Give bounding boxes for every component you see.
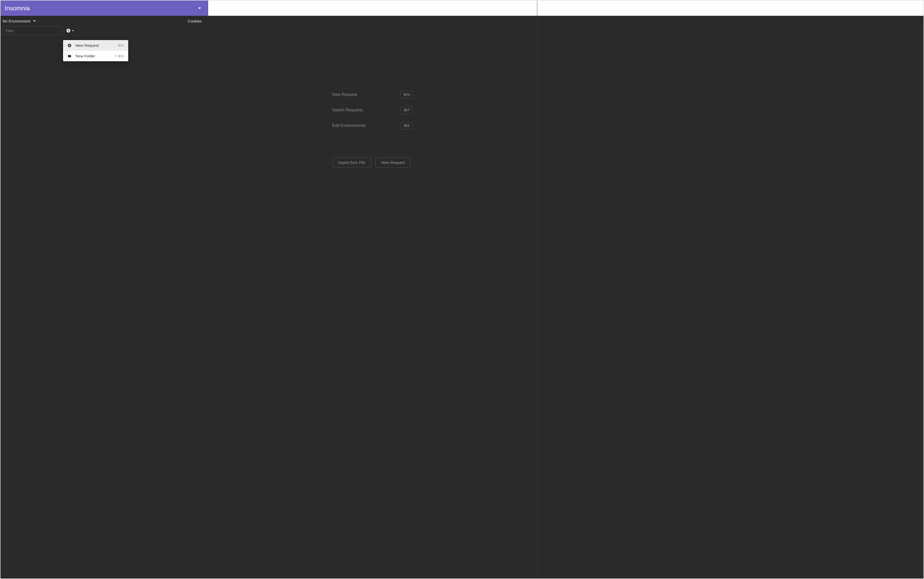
hint-new-request: New Request ⌘N [332, 91, 413, 98]
response-pane-header [537, 0, 924, 16]
menu-item-new-folder[interactable]: New Folder ⇧⌘N [63, 51, 128, 61]
cookies-button[interactable]: Cookies [188, 19, 202, 23]
response-pane-body [537, 16, 924, 579]
menu-item-label: New Folder [75, 54, 111, 58]
import-from-file-button[interactable]: Import from File [332, 157, 371, 167]
menu-item-new-request[interactable]: New Request ⌘N [63, 40, 128, 51]
caret-down-icon [33, 20, 36, 22]
request-pane-body: New Request ⌘N Switch Requests ⌘P Edit E… [208, 16, 537, 579]
request-pane: New Request ⌘N Switch Requests ⌘P Edit E… [208, 0, 537, 579]
empty-state-actions: Import from File New Request [332, 157, 413, 167]
menu-item-shortcut: ⇧⌘N [114, 54, 124, 58]
environment-bar: No Environment Cookies [0, 16, 208, 26]
new-request-button[interactable]: New Request [375, 157, 410, 167]
svg-rect-2 [69, 45, 70, 46]
hint-shortcut: ⌘P [401, 106, 413, 114]
main-area: New Request ⌘N Switch Requests ⌘P Edit E… [208, 0, 924, 579]
hint-edit-environments: Edit Environments ⌘E [332, 122, 413, 129]
plus-circle-icon [67, 43, 72, 47]
workspace-title: Insomnia [5, 5, 30, 12]
workspace-dropdown[interactable]: Insomnia [0, 0, 208, 16]
response-pane [537, 0, 924, 579]
menu-item-shortcut: ⌘N [118, 43, 124, 47]
request-pane-header [208, 0, 537, 16]
menu-item-label: New Request [75, 43, 114, 47]
hint-label: Edit Environments [332, 123, 366, 128]
shortcut-hints: New Request ⌘N Switch Requests ⌘P Edit E… [332, 91, 413, 167]
sidebar: Insomnia No Environment Cookies + [0, 0, 208, 579]
create-dropdown-menu: New Request ⌘N New Folder ⇧⌘N [63, 40, 128, 61]
folder-icon [67, 54, 72, 58]
environment-dropdown[interactable]: No Environment [3, 19, 36, 23]
caret-down-icon [72, 30, 74, 31]
environment-label: No Environment [3, 19, 31, 23]
hint-switch-requests: Switch Requests ⌘P [332, 106, 413, 114]
hint-shortcut: ⌘E [401, 122, 413, 129]
app-root: Insomnia No Environment Cookies + New Re… [0, 0, 924, 579]
hint-label: Switch Requests [332, 108, 363, 113]
filter-input[interactable] [3, 26, 63, 35]
plus-circle-icon: + [67, 29, 70, 33]
hint-label: New Request [332, 92, 357, 97]
hint-shortcut: ⌘N [401, 91, 413, 98]
caret-down-icon [198, 8, 201, 9]
filter-row: + [0, 26, 208, 38]
create-request-dropdown-trigger[interactable]: + [67, 29, 74, 33]
